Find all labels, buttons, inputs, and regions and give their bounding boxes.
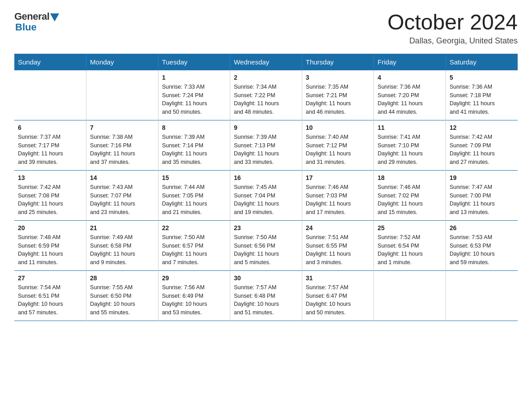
day-info: Sunrise: 7:41 AM Sunset: 7:10 PM Dayligh… [378,133,442,167]
day-number: 9 [234,124,298,131]
day-number: 25 [378,224,442,231]
calendar-cell: 18Sunrise: 7:46 AM Sunset: 7:02 PM Dayli… [374,170,446,220]
day-info: Sunrise: 7:42 AM Sunset: 7:09 PM Dayligh… [450,133,514,167]
day-of-week-header: Wednesday [230,54,302,70]
day-number: 29 [162,274,227,282]
day-number: 24 [306,224,370,231]
day-number: 16 [234,174,298,181]
day-of-week-header: Sunday [14,54,86,70]
day-info: Sunrise: 7:46 AM Sunset: 7:02 PM Dayligh… [378,183,442,217]
calendar-cell [86,70,159,120]
day-of-week-header: Thursday [302,54,374,70]
calendar-cell: 28Sunrise: 7:55 AM Sunset: 6:50 PM Dayli… [86,270,159,321]
calendar-cell: 23Sunrise: 7:50 AM Sunset: 6:56 PM Dayli… [230,220,302,270]
calendar-cell: 31Sunrise: 7:57 AM Sunset: 6:47 PM Dayli… [302,270,374,321]
day-number: 26 [450,224,514,231]
day-number: 8 [162,124,227,131]
day-info: Sunrise: 7:34 AM Sunset: 7:22 PM Dayligh… [234,83,298,116]
calendar-week-row: 1Sunrise: 7:33 AM Sunset: 7:24 PM Daylig… [14,70,518,120]
calendar-week-row: 20Sunrise: 7:48 AM Sunset: 6:59 PM Dayli… [14,220,518,270]
day-number: 2 [234,74,298,81]
calendar-cell: 3Sunrise: 7:35 AM Sunset: 7:21 PM Daylig… [302,70,374,120]
day-number: 28 [90,274,154,282]
day-info: Sunrise: 7:52 AM Sunset: 6:54 PM Dayligh… [378,233,442,267]
day-number: 7 [90,124,154,131]
day-info: Sunrise: 7:40 AM Sunset: 7:12 PM Dayligh… [306,133,370,167]
day-number: 12 [450,124,514,131]
day-of-week-header: Monday [86,54,159,70]
calendar-cell: 24Sunrise: 7:51 AM Sunset: 6:55 PM Dayli… [302,220,374,270]
day-number: 17 [306,174,370,181]
calendar-table: SundayMondayTuesdayWednesdayThursdayFrid… [14,54,518,321]
calendar-cell: 7Sunrise: 7:38 AM Sunset: 7:16 PM Daylig… [86,120,159,170]
day-info: Sunrise: 7:57 AM Sunset: 6:47 PM Dayligh… [306,283,370,317]
logo-general-text: General [14,11,49,22]
calendar-cell: 21Sunrise: 7:49 AM Sunset: 6:58 PM Dayli… [86,220,159,270]
day-of-week-header: Tuesday [158,54,230,70]
day-info: Sunrise: 7:39 AM Sunset: 7:13 PM Dayligh… [234,133,298,167]
calendar-cell: 11Sunrise: 7:41 AM Sunset: 7:10 PM Dayli… [374,120,446,170]
calendar-cell: 30Sunrise: 7:57 AM Sunset: 6:48 PM Dayli… [230,270,302,321]
calendar-cell: 29Sunrise: 7:56 AM Sunset: 6:49 PM Dayli… [158,270,230,321]
day-info: Sunrise: 7:43 AM Sunset: 7:07 PM Dayligh… [90,183,154,217]
day-number: 21 [90,224,154,231]
day-number: 18 [378,174,442,181]
day-number: 3 [306,74,370,81]
calendar-week-row: 13Sunrise: 7:42 AM Sunset: 7:08 PM Dayli… [14,170,518,220]
page-header: General Blue October 2024 Dallas, Georgi… [14,11,518,46]
day-number: 10 [306,124,370,131]
calendar-cell: 1Sunrise: 7:33 AM Sunset: 7:24 PM Daylig… [158,70,230,120]
day-info: Sunrise: 7:35 AM Sunset: 7:21 PM Dayligh… [306,83,370,116]
calendar-cell: 27Sunrise: 7:54 AM Sunset: 6:51 PM Dayli… [14,270,86,321]
month-title: October 2024 [387,11,518,34]
calendar-cell: 19Sunrise: 7:47 AM Sunset: 7:00 PM Dayli… [446,170,518,220]
day-number: 6 [18,124,82,131]
day-of-week-header: Saturday [446,54,518,70]
day-info: Sunrise: 7:51 AM Sunset: 6:55 PM Dayligh… [306,233,370,267]
calendar-body: 1Sunrise: 7:33 AM Sunset: 7:24 PM Daylig… [14,70,518,321]
days-of-week-row: SundayMondayTuesdayWednesdayThursdayFrid… [14,54,518,70]
day-info: Sunrise: 7:53 AM Sunset: 6:53 PM Dayligh… [450,233,514,267]
day-info: Sunrise: 7:46 AM Sunset: 7:03 PM Dayligh… [306,183,370,217]
day-number: 20 [18,224,82,231]
day-info: Sunrise: 7:39 AM Sunset: 7:14 PM Dayligh… [162,133,227,167]
calendar-cell: 4Sunrise: 7:36 AM Sunset: 7:20 PM Daylig… [374,70,446,120]
day-number: 5 [450,74,514,81]
calendar-cell: 6Sunrise: 7:37 AM Sunset: 7:17 PM Daylig… [14,120,86,170]
calendar-cell: 17Sunrise: 7:46 AM Sunset: 7:03 PM Dayli… [302,170,374,220]
calendar-cell: 25Sunrise: 7:52 AM Sunset: 6:54 PM Dayli… [374,220,446,270]
logo-triangle-icon [50,13,59,21]
day-info: Sunrise: 7:54 AM Sunset: 6:51 PM Dayligh… [18,283,82,317]
calendar-cell: 12Sunrise: 7:42 AM Sunset: 7:09 PM Dayli… [446,120,518,170]
day-info: Sunrise: 7:50 AM Sunset: 6:57 PM Dayligh… [162,233,227,267]
day-number: 19 [450,174,514,181]
day-number: 27 [18,274,82,282]
calendar-cell: 14Sunrise: 7:43 AM Sunset: 7:07 PM Dayli… [86,170,159,220]
day-info: Sunrise: 7:48 AM Sunset: 6:59 PM Dayligh… [18,233,82,267]
day-number: 23 [234,224,298,231]
day-info: Sunrise: 7:56 AM Sunset: 6:49 PM Dayligh… [162,283,227,317]
day-info: Sunrise: 7:38 AM Sunset: 7:16 PM Dayligh… [90,133,154,167]
day-info: Sunrise: 7:45 AM Sunset: 7:04 PM Dayligh… [234,183,298,217]
calendar-cell: 10Sunrise: 7:40 AM Sunset: 7:12 PM Dayli… [302,120,374,170]
calendar-cell [446,270,518,321]
day-info: Sunrise: 7:33 AM Sunset: 7:24 PM Dayligh… [162,83,227,116]
calendar-week-row: 6Sunrise: 7:37 AM Sunset: 7:17 PM Daylig… [14,120,518,170]
calendar-cell [374,270,446,321]
day-number: 13 [18,174,82,181]
day-info: Sunrise: 7:47 AM Sunset: 7:00 PM Dayligh… [450,183,514,217]
calendar-cell: 5Sunrise: 7:36 AM Sunset: 7:18 PM Daylig… [446,70,518,120]
calendar-cell: 26Sunrise: 7:53 AM Sunset: 6:53 PM Dayli… [446,220,518,270]
day-info: Sunrise: 7:42 AM Sunset: 7:08 PM Dayligh… [18,183,82,217]
day-info: Sunrise: 7:57 AM Sunset: 6:48 PM Dayligh… [234,283,298,317]
day-number: 4 [378,74,442,81]
day-info: Sunrise: 7:50 AM Sunset: 6:56 PM Dayligh… [234,233,298,267]
calendar-header: SundayMondayTuesdayWednesdayThursdayFrid… [14,54,518,70]
calendar-cell: 22Sunrise: 7:50 AM Sunset: 6:57 PM Dayli… [158,220,230,270]
calendar-week-row: 27Sunrise: 7:54 AM Sunset: 6:51 PM Dayli… [14,270,518,321]
logo-blue-text: Blue [15,21,37,33]
day-info: Sunrise: 7:44 AM Sunset: 7:05 PM Dayligh… [162,183,227,217]
day-number: 14 [90,174,154,181]
day-number: 15 [162,174,227,181]
day-info: Sunrise: 7:36 AM Sunset: 7:20 PM Dayligh… [378,83,442,116]
